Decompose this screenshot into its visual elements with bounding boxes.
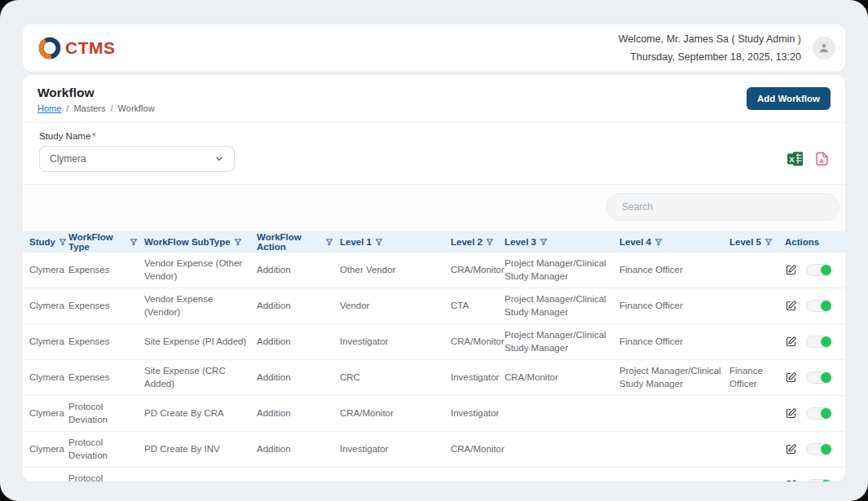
cell-workflow-type: Expenses <box>68 259 144 282</box>
cell-level-3: CRA/Monitor <box>504 367 619 389</box>
breadcrumb-home-link[interactable]: Home <box>37 103 61 113</box>
add-workflow-button[interactable]: Add Workflow <box>747 87 831 110</box>
table-row: ClymeraExpensesSite Expense (PI Added)Ad… <box>23 324 845 360</box>
top-header-bar: CTMS Welcome, Mr. James Sa ( Study Admin… <box>23 24 845 72</box>
cell-level-3: Project Manager/Clinical Study Manager <box>504 324 619 359</box>
status-toggle[interactable] <box>806 264 833 276</box>
breadcrumb-masters: Masters <box>73 103 105 113</box>
cell-level-1: CRC <box>340 367 451 389</box>
cell-level-1: CRC <box>340 474 451 481</box>
breadcrumb-current: Workflow <box>118 103 155 113</box>
edit-workflow-button[interactable] <box>785 371 797 384</box>
cell-study: Clymera <box>29 259 68 282</box>
status-toggle[interactable] <box>806 371 833 384</box>
column-label: Level 1 <box>340 237 372 247</box>
status-toggle[interactable] <box>806 300 833 312</box>
column-header-workflow-type: WorkFlow Type <box>68 232 144 252</box>
cell-level-5 <box>729 409 785 419</box>
toggle-thumb <box>821 444 831 455</box>
filter-funnel-icon[interactable] <box>540 238 548 246</box>
edit-workflow-button[interactable] <box>785 300 797 312</box>
cell-level-5: Finance Officer <box>729 360 785 395</box>
filter-funnel-icon[interactable] <box>234 238 242 246</box>
toggle-thumb <box>821 336 831 347</box>
workflow-table: StudyWorkFlow TypeWorkFlow SubTypeWorkFl… <box>23 231 845 481</box>
table-row: ClymeraExpensesVendor Expense (Other Ven… <box>23 253 845 288</box>
column-label: Level 4 <box>619 237 651 247</box>
filter-funnel-icon[interactable] <box>59 238 67 246</box>
column-header-workflow-subtype: WorkFlow SubType <box>144 237 257 247</box>
cell-level-2: Investigator <box>451 474 504 481</box>
cell-level-1: Investigator <box>340 331 451 354</box>
table-body: ClymeraExpensesVendor Expense (Other Ven… <box>23 253 845 481</box>
cell-level-5 <box>729 445 785 455</box>
status-toggle[interactable] <box>806 336 833 348</box>
cell-level-2: Investigator <box>451 367 504 389</box>
filter-funnel-icon[interactable] <box>764 238 773 246</box>
logo-text: CTMS <box>65 38 116 58</box>
edit-workflow-button[interactable] <box>785 479 797 481</box>
column-label: Actions <box>785 237 819 247</box>
cell-workflow-action: Addition <box>257 402 340 425</box>
cell-workflow-type: Expenses <box>68 295 144 318</box>
column-header-actions: Actions <box>785 237 845 247</box>
status-toggle[interactable] <box>806 443 833 455</box>
edit-workflow-button[interactable] <box>785 336 797 348</box>
filter-funnel-icon[interactable] <box>325 238 333 246</box>
toggle-thumb <box>821 265 831 275</box>
cell-workflow-action: Addition <box>257 474 340 481</box>
edit-workflow-button[interactable] <box>785 407 797 420</box>
cell-workflow-action: Addition <box>257 259 340 282</box>
excel-export-icon[interactable]: X <box>787 152 804 166</box>
cell-workflow-subtype: PD Create By CRA <box>144 402 257 425</box>
status-toggle[interactable] <box>806 479 833 481</box>
cell-workflow-action: Addition <box>257 367 340 389</box>
cell-level-1: Investigator <box>340 438 451 461</box>
column-label: Study <box>29 237 55 247</box>
user-avatar[interactable] <box>813 37 835 59</box>
column-label: WorkFlow SubType <box>144 237 231 247</box>
cell-level-5 <box>729 481 785 482</box>
status-toggle[interactable] <box>806 407 833 420</box>
cell-workflow-subtype: Vendor Expense (Other Vendor) <box>144 253 257 288</box>
cell-study: Clymera <box>29 438 68 461</box>
column-header-level-2: Level 2 <box>451 237 504 247</box>
cell-actions <box>785 336 845 348</box>
cell-level-2: CRA/Monitor <box>451 438 504 461</box>
cell-workflow-subtype: Site Expense (CRC Added) <box>144 360 257 395</box>
table-row: ClymeraProtocol DeviationPD Create By IN… <box>23 432 845 468</box>
datetime-text: Thursday, September 18, 2025, 13:20 <box>619 52 801 63</box>
filter-funnel-icon[interactable] <box>654 238 663 246</box>
cell-workflow-type: Protocol Deviation <box>68 468 144 481</box>
person-icon <box>817 42 831 55</box>
edit-workflow-button[interactable] <box>785 443 797 455</box>
edit-workflow-button[interactable] <box>785 264 797 276</box>
cell-level-5 <box>729 337 785 347</box>
search-input[interactable] <box>606 193 839 221</box>
svg-text:A: A <box>819 157 824 165</box>
toggle-thumb <box>821 408 831 419</box>
cell-workflow-type: Protocol Deviation <box>68 396 144 431</box>
cell-study: Clymera <box>29 474 68 481</box>
cell-workflow-action: Addition <box>257 295 340 318</box>
filter-funnel-icon[interactable] <box>130 238 138 246</box>
filter-funnel-icon[interactable] <box>375 238 383 246</box>
table-row: ClymeraProtocol DeviationPD Create By CR… <box>23 396 845 432</box>
cell-workflow-subtype: PD Create By INV <box>144 438 257 461</box>
cell-level-2: Investigator <box>451 402 504 425</box>
column-header-study: Study <box>29 237 68 247</box>
study-name-select[interactable]: Clymera <box>39 146 235 172</box>
filter-funnel-icon[interactable] <box>486 238 494 246</box>
cell-level-4 <box>619 409 729 419</box>
cell-actions <box>785 300 845 312</box>
breadcrumb: Home / Masters / Workflow <box>37 103 155 113</box>
cell-workflow-subtype: Vendor Expense (Vendor) <box>144 288 257 323</box>
table-row: ClymeraExpensesVendor Expense (Vendor)Ad… <box>23 288 845 324</box>
cell-level-4 <box>619 481 729 482</box>
column-header-workflow-action: WorkFlow Action <box>257 232 340 252</box>
pdf-export-icon[interactable]: A <box>815 152 829 166</box>
ctms-logo: CTMS <box>37 36 116 60</box>
column-header-level-1: Level 1 <box>340 237 451 247</box>
cell-level-4: Finance Officer <box>619 259 729 282</box>
column-header-level-4: Level 4 <box>619 237 729 247</box>
